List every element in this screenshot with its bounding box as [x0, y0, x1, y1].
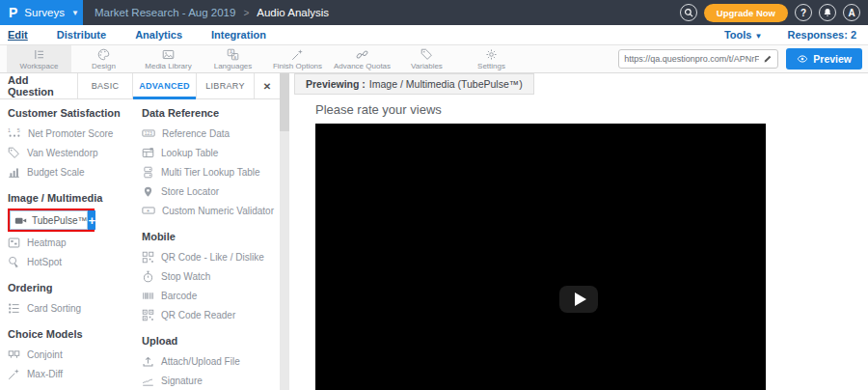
question-type-card-sorting[interactable]: Card Sorting	[8, 298, 131, 318]
section-upload: Upload Attach/Upload File Signature	[142, 335, 280, 390]
tab-languages[interactable]: Aa Languages	[201, 45, 265, 72]
question-type-barcode[interactable]: Barcode	[142, 286, 280, 305]
reference-data-icon: 123	[142, 126, 155, 140]
menu-distribute[interactable]: Distribute	[57, 29, 106, 41]
question-type-reference-data[interactable]: 123 Reference Data	[142, 124, 280, 143]
add-tubepulse-button[interactable]: +	[88, 210, 95, 230]
help-button[interactable]: ?	[795, 4, 812, 21]
map-pin-icon	[142, 185, 154, 198]
question-type-heatmap[interactable]: Heatmap	[8, 233, 131, 252]
question-type-multi-tier-lookup-table[interactable]: Multi Tier Lookup Table	[142, 162, 280, 181]
question-type-label: Stop Watch	[161, 271, 210, 282]
search-button[interactable]	[680, 4, 697, 21]
gear-icon	[485, 48, 498, 61]
question-type-lookup-table[interactable]: Lookup Table	[142, 143, 280, 162]
close-panel-button[interactable]: ✕	[254, 73, 280, 98]
tab-finish-options[interactable]: Finish Options	[265, 45, 330, 72]
svg-text:1: 1	[8, 127, 11, 133]
qr-code-icon	[142, 251, 154, 264]
survey-menu-bar: Edit Distribute Analytics Integration To…	[0, 25, 868, 45]
translate-icon: Aa	[227, 48, 239, 61]
menu-integration[interactable]: Integration	[211, 29, 266, 41]
question-types-col2: Data Reference 123 Reference Data Lookup…	[131, 99, 280, 390]
breadcrumb-survey-name[interactable]: Market Research - Aug 2019	[95, 7, 235, 18]
question-type-van-westendorp[interactable]: Van Westendorp	[8, 143, 131, 162]
question-type-hotspot[interactable]: HotSpot	[8, 252, 131, 271]
section-data-reference: Data Reference 123 Reference Data Lookup…	[142, 107, 280, 220]
heatmap-grid-icon	[8, 237, 20, 249]
tab-advanced[interactable]: ADVANCED	[132, 73, 196, 98]
signature-icon	[142, 375, 154, 387]
question-type-qr-code-reader[interactable]: QR Code Reader	[142, 305, 280, 324]
add-question-header: Add Question BASIC ADVANCED LIBRARY ✕	[0, 73, 280, 99]
survey-url-input[interactable]	[624, 54, 759, 64]
tab-workspace[interactable]: Workspace	[7, 45, 71, 72]
scrollbar-thumb[interactable]	[280, 73, 289, 131]
workspace-icon	[33, 48, 45, 61]
question-type-label: QR Code Reader	[161, 310, 235, 320]
video-player[interactable]	[315, 124, 766, 390]
edit-url-button[interactable]	[763, 54, 773, 64]
question-type-store-locator[interactable]: Store Locator	[142, 181, 280, 201]
tab-media-library[interactable]: Media Library	[136, 45, 201, 72]
question-type-max-diff[interactable]: Max-Diff	[8, 364, 131, 383]
panel-title: Add Question	[0, 73, 77, 98]
tag-icon	[420, 48, 433, 61]
question-type-label: Net Promoter Score	[28, 128, 113, 139]
cursor-pointer-icon	[8, 256, 20, 268]
play-button[interactable]	[559, 286, 598, 313]
wand-icon	[291, 48, 304, 61]
tab-library[interactable]: LIBRARY	[196, 73, 254, 98]
menu-analytics[interactable]: Analytics	[135, 29, 182, 41]
notifications-button[interactable]	[819, 4, 836, 21]
surveys-product-menu[interactable]: P Surveys ▼	[0, 0, 83, 25]
chevron-down-icon: ▼	[755, 32, 763, 41]
question-type-signature[interactable]: Signature	[142, 371, 280, 390]
breadcrumb-page-name: Audio Analysis	[257, 7, 329, 18]
plus-icon: +	[88, 213, 95, 228]
section-title: Choice Models	[8, 328, 131, 340]
question-type-custom-numeric-validator[interactable]: * Custom Numeric Validator	[142, 201, 280, 220]
section-title: Mobile	[142, 231, 280, 242]
question-text: Please rate your views	[315, 102, 442, 117]
tab-variables[interactable]: Variables	[394, 45, 459, 72]
close-icon: ✕	[263, 81, 271, 92]
panel-scrollbar[interactable]	[280, 73, 289, 390]
svg-text:*: *	[147, 208, 149, 216]
question-type-tubepulse-highlighted[interactable]: TubePulse™ +	[8, 209, 95, 232]
tab-design[interactable]: Design	[71, 45, 136, 72]
question-type-conjoint[interactable]: Conjoint	[8, 345, 131, 364]
upgrade-now-button[interactable]: Upgrade Now	[704, 4, 788, 22]
menu-edit[interactable]: Edit	[8, 29, 28, 41]
play-icon	[575, 292, 586, 306]
add-question-panel: Add Question BASIC ADVANCED LIBRARY ✕ Cu…	[0, 73, 280, 390]
question-type-label: HotSpot	[27, 257, 62, 267]
question-type-label: QR Code - Like / Dislike	[161, 252, 264, 263]
section-title: Image / Multimedia	[8, 192, 131, 204]
product-menu-label: Surveys	[24, 7, 65, 18]
question-type-stop-watch[interactable]: Stop Watch	[142, 266, 280, 286]
tools-dropdown[interactable]: Tools ▼	[724, 29, 763, 41]
menu-right: Tools ▼ Responses: 2	[724, 29, 856, 41]
tab-basic[interactable]: BASIC	[77, 73, 132, 98]
svg-text:a: a	[233, 54, 236, 59]
question-type-attach-upload-file[interactable]: Attach/Upload File	[142, 351, 280, 371]
content-area: Add Question BASIC ADVANCED LIBRARY ✕ Cu…	[0, 73, 868, 390]
responses-link[interactable]: Responses: 2	[787, 29, 856, 41]
tubepulse-item[interactable]: TubePulse™	[10, 210, 88, 230]
preview-area: Previewing : Image / Multimedia (TubePul…	[289, 73, 868, 390]
tab-advance-quotas[interactable]: Advance Quotas	[330, 45, 394, 72]
price-tag-icon	[8, 147, 20, 159]
question-type-budget-scale[interactable]: Budget Scale	[8, 162, 131, 181]
previewing-tab: Previewing : Image / Multimedia (TubePul…	[294, 73, 534, 95]
stopwatch-icon	[142, 270, 154, 283]
svg-text:A: A	[230, 50, 233, 55]
question-type-net-promoter-score[interactable]: 15 Net Promoter Score	[8, 124, 131, 143]
tab-settings[interactable]: Settings	[459, 45, 524, 72]
question-types-list: Customer Satisfaction 15 Net Promoter Sc…	[0, 99, 280, 390]
workspace-toolbar: Workspace Design Media Library Aa Langua…	[0, 45, 868, 73]
account-avatar[interactable]: A	[843, 4, 860, 21]
stacked-boxes-icon	[142, 166, 154, 179]
question-type-qr-code-like-dislike[interactable]: QR Code - Like / Dislike	[142, 247, 280, 266]
preview-button[interactable]: Preview	[786, 48, 862, 70]
